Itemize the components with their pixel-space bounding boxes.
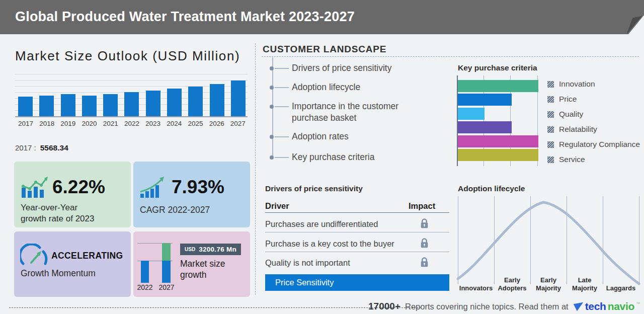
legend-label: Innovation (559, 80, 595, 89)
year-label: 2025 (185, 120, 206, 127)
year-label: 2022 (121, 120, 142, 127)
list-dash (275, 68, 289, 69)
list-dash (275, 157, 289, 158)
kpc-bar (458, 80, 538, 92)
year-label: 2017 (15, 120, 36, 127)
momentum-caption: Growth Momentum (21, 268, 96, 279)
year-label: 2019 (57, 120, 78, 127)
legend-hatch-swatch (547, 156, 554, 163)
mini-year-end: 2027 (155, 283, 178, 291)
panel-divider (255, 43, 256, 295)
trademark-symbol: ™ (636, 301, 640, 306)
list-dash (275, 87, 289, 88)
market-size-bar (61, 94, 75, 116)
driver-row-label: Quality is not important (265, 258, 350, 268)
price-sensitivity-label: Price Sensitivity (275, 278, 334, 287)
kpc-bar (458, 149, 538, 161)
yoy-growth-card: 6.22% Year-over-Year growth rate of 2023 (14, 162, 131, 227)
kpc-legend-item: Innovation (547, 80, 595, 89)
year-label: 2024 (164, 120, 185, 127)
impact-lock (420, 218, 429, 231)
rising-bars-icon (139, 176, 169, 199)
legend-label: Relatability (559, 125, 597, 134)
momentum-value: ACCELERATING (51, 251, 123, 261)
year-label: 2021 (100, 120, 121, 127)
technavio-arrow-icon (573, 301, 584, 312)
market-size-bar-chart (18, 73, 246, 116)
badge-currency: USD (185, 247, 195, 252)
speedometer-icon (20, 244, 48, 267)
base-year-label: 2017 : (15, 143, 36, 152)
driver-column-header: Driver (265, 201, 289, 211)
row-separator (265, 232, 449, 232)
kpc-legend-item: Service (547, 155, 585, 164)
lifecycle-stage-label: Early Majority (528, 276, 569, 292)
market-size-title: Market Size Outlook (USD Million) (15, 48, 240, 64)
kpc-legend-item: Quality (547, 110, 583, 119)
year-label: 2023 (142, 120, 164, 127)
yoy-growth-caption: Year-over-Year growth rate of 2023 (21, 202, 94, 224)
table-header-rule (265, 212, 449, 213)
impact-lock (420, 257, 429, 270)
market-size-bar (103, 94, 118, 116)
kpc-bar (458, 108, 485, 120)
kpc-bar (458, 135, 538, 147)
drivers-title: Drivers of price sensitivity (265, 184, 363, 193)
year-label: 2027 (227, 120, 249, 127)
technavio-logo[interactable]: technavio ™ (573, 300, 640, 312)
market-size-growth-card: 2022 2027 USD 3200.76 Mn Market size gro… (133, 231, 250, 297)
cagr-caption: CAGR 2022-2027 (140, 205, 210, 216)
key-purchase-criteria-title: Key purchase criteria (458, 63, 537, 72)
legend-hatch-swatch (547, 126, 554, 133)
market-size-bar (124, 92, 139, 116)
brand-part1: tech (585, 300, 606, 312)
list-dot (270, 135, 274, 139)
legend-label: Quality (559, 110, 583, 119)
market-size-bar (231, 81, 246, 116)
kpc-bar (458, 94, 512, 106)
badge-amount: 3200.76 Mn (199, 246, 236, 253)
customer-landscape-item-label: Adoption rates (292, 131, 418, 142)
year-label: 2020 (79, 120, 100, 127)
impact-column-header: Impact (409, 201, 435, 211)
mini-bar-2027-base (162, 261, 171, 283)
driver-row-label: Purchase is a key cost to the buyer (265, 239, 394, 249)
adoption-lifecycle-title: Adoption lifecycle (458, 184, 525, 193)
brand-part2: navio (608, 300, 634, 312)
kpc-legend-item: Price (547, 95, 577, 104)
footer-dashed-rule (9, 307, 421, 308)
report-count: 17000+ (368, 301, 400, 312)
kpc-legend-item: Relatability (547, 125, 597, 134)
list-dot (270, 66, 274, 70)
list-dot (270, 155, 274, 160)
legend-hatch-swatch (547, 81, 554, 88)
bell-curve (455, 194, 641, 287)
market-size-bar (82, 96, 97, 116)
lifecycle-stage-label: Innovators (456, 284, 496, 292)
footer-text: Reports covering niche topics. Read them… (405, 302, 569, 311)
market-size-year-labels: 2017201820192020202120222023202420252026… (15, 120, 249, 127)
customer-landscape-underline (262, 56, 639, 57)
legend-label: Regulatory Compliance (559, 140, 640, 149)
kpc-bar (458, 121, 512, 133)
lock-icon (420, 257, 429, 268)
market-size-bar (167, 89, 182, 116)
growth-caption: Market size growth (180, 258, 225, 280)
yoy-growth-value: 6.22% (52, 177, 105, 198)
market-size-bar (39, 96, 54, 116)
year-label: 2026 (206, 120, 227, 127)
growth-value-badge: USD 3200.76 Mn (180, 244, 241, 255)
list-dash (275, 136, 289, 137)
market-size-bar (210, 84, 224, 116)
legend-hatch-swatch (547, 96, 554, 103)
legend-label: Service (559, 155, 585, 164)
base-year-value: 2017 :5568.34 (15, 143, 68, 152)
list-dot (270, 105, 274, 109)
customer-landscape-item-label: Importance in the customer purchase bask… (292, 101, 418, 124)
mini-bar-2022 (141, 261, 149, 283)
bar-trend-icon (20, 176, 49, 199)
market-size-bar (18, 97, 33, 116)
page-title: Global Produced Water Treatment Market 2… (15, 0, 355, 33)
driver-row-label: Purchases are undifferentiated (265, 219, 378, 229)
customer-landscape-item-label: Key purchase criteria (292, 151, 418, 163)
